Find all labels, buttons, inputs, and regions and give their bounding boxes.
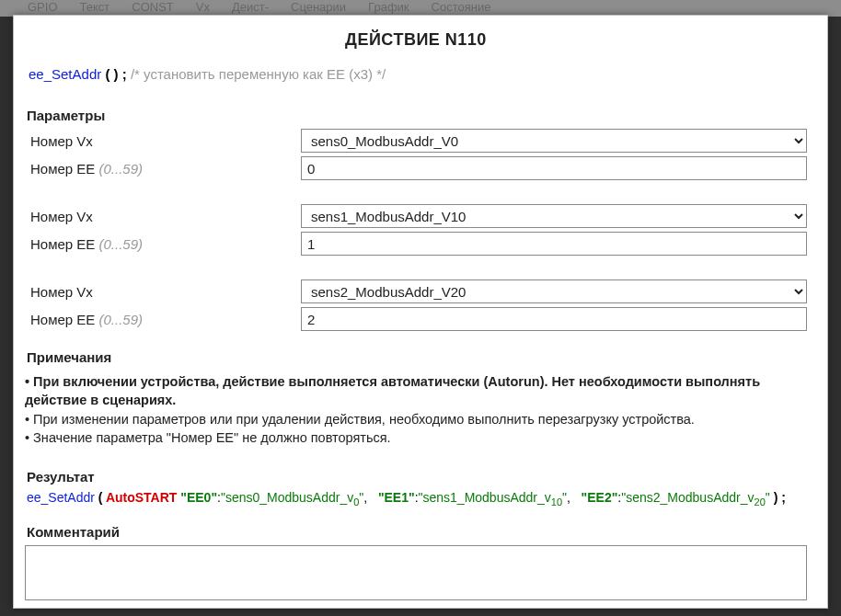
label-ee-hint: (0...59) <box>99 312 144 327</box>
ee-input-0[interactable] <box>301 156 807 180</box>
fn-name: ee_SetAddr <box>29 66 101 82</box>
bg-tab: Деист- <box>232 0 269 14</box>
ee-input-2[interactable] <box>301 307 807 331</box>
bg-tab: CONST <box>132 0 174 14</box>
label-vx: Номер Vx <box>25 133 301 149</box>
bg-tab: Сценарии <box>291 0 346 14</box>
bg-tab: Текст <box>80 0 110 14</box>
bg-tab: Vx <box>196 0 210 14</box>
label-ee: Номер EE <box>30 312 95 327</box>
function-signature: ee_SetAddr ( ) ; /* установить переменну… <box>29 66 807 82</box>
dialog-title: ДЕЙСТВИЕ N110 <box>25 30 807 50</box>
note-line: • При включении устройства, действие вып… <box>25 372 807 410</box>
vx-select-2[interactable]: sens2_ModbusAddr_V20 <box>301 279 807 303</box>
bg-tab: GPIO <box>28 0 58 14</box>
bg-tab: Состояние <box>432 0 491 14</box>
label-ee: Номер EE <box>30 236 95 252</box>
result-heading: Результат <box>27 469 807 485</box>
params-heading: Параметры <box>27 108 807 123</box>
action-dialog: ДЕЙСТВИЕ N110 ee_SetAddr ( ) ; /* устано… <box>13 15 828 609</box>
fn-parens: ( ) <box>105 66 121 82</box>
comment-textarea[interactable] <box>25 545 807 600</box>
ee-input-1[interactable] <box>301 232 807 256</box>
label-ee-hint: (0...59) <box>99 161 144 177</box>
label-ee: Номер EE <box>30 161 95 177</box>
note-line: • При изменении параметров или при удале… <box>25 410 807 428</box>
vx-select-0[interactable]: sens0_ModbusAddr_V0 <box>301 129 807 153</box>
label-ee-hint: (0...59) <box>99 236 144 252</box>
vx-select-1[interactable]: sens1_ModbusAddr_V10 <box>301 204 807 228</box>
label-vx: Номер Vx <box>25 209 301 224</box>
label-vx: Номер Vx <box>25 284 301 300</box>
fn-comment: /* установить переменную как EE (x3) */ <box>131 66 386 82</box>
note-line: • Значение параметра "Номер EE" не должн… <box>25 428 807 447</box>
notes-heading: Примечания <box>27 348 807 367</box>
comment-heading: Комментарий <box>27 524 807 540</box>
bg-tab: График <box>368 0 409 14</box>
result-code: ee_SetAddr ( AutoSTART "EE0":"sens0_Modb… <box>27 490 807 508</box>
